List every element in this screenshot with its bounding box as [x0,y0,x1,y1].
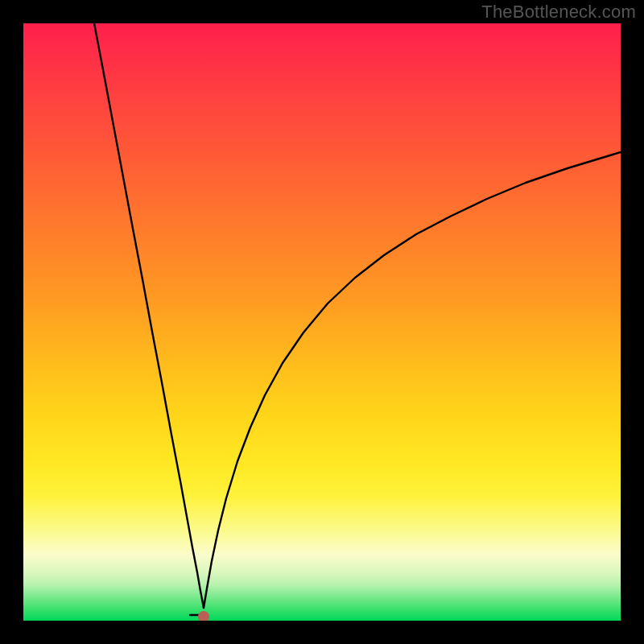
chart-frame: TheBottleneck.com [0,0,644,644]
curve-svg [23,23,621,621]
curve-left [94,23,204,608]
watermark-text: TheBottleneck.com [481,2,636,23]
minimum-marker [198,611,209,621]
plot-area [23,23,621,621]
curve-right [204,152,621,608]
